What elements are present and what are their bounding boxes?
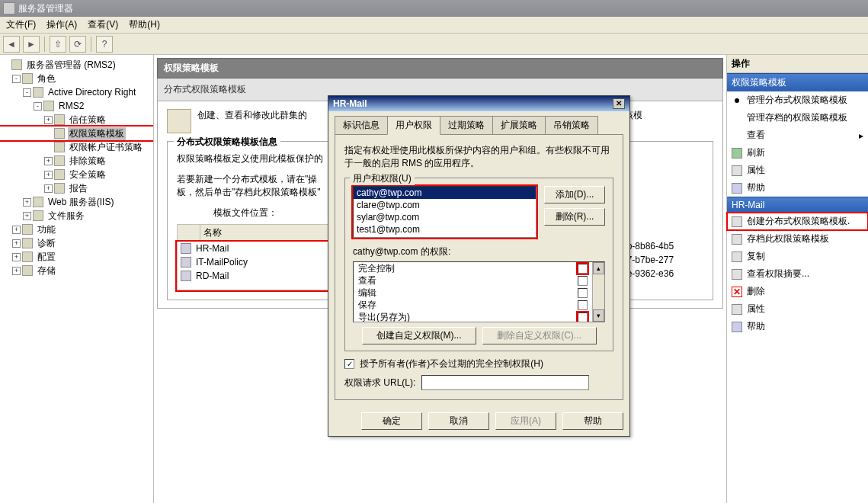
expand-icon[interactable]: + xyxy=(23,198,31,207)
tree-account-cert[interactable]: 权限帐户证书策略 xyxy=(0,140,153,154)
action-archive[interactable]: 存档此权限策略模板 xyxy=(727,230,868,248)
back-button[interactable]: ◄ xyxy=(3,36,20,53)
tree-trust[interactable]: +信任策略 xyxy=(0,113,153,127)
tree-diagnostics[interactable]: +诊断 xyxy=(0,236,153,250)
scroll-track[interactable] xyxy=(593,274,604,309)
tree-features[interactable]: +功能 xyxy=(0,223,153,236)
expand-icon[interactable]: + xyxy=(44,171,53,179)
tab-extend[interactable]: 扩展策略 xyxy=(492,116,546,134)
dialog-titlebar[interactable]: HR-Mail ✕ xyxy=(328,96,629,111)
action-item[interactable]: 管理分布式权限策略模板 xyxy=(727,91,868,109)
col-name[interactable]: 名称 xyxy=(200,225,328,241)
tree-adrms[interactable]: -Active Directory Right xyxy=(0,85,153,99)
collapse-icon[interactable]: - xyxy=(12,75,21,83)
user-row[interactable]: test1@twp.com xyxy=(354,223,536,235)
perm-checkbox[interactable] xyxy=(578,264,588,274)
menu-view[interactable]: 查看(V) xyxy=(85,17,121,33)
server-icon xyxy=(11,59,22,70)
template-icon xyxy=(181,257,191,268)
collapse-icon[interactable]: - xyxy=(34,102,42,111)
hrmail-dialog: HR-Mail ✕ 标识信息 用户权限 过期策略 扩展策略 吊销策略 指定有权处… xyxy=(328,95,630,437)
expand-icon[interactable]: + xyxy=(12,239,21,248)
action-help[interactable]: 帮助 xyxy=(727,179,868,197)
remove-button[interactable]: 删除(R)... xyxy=(544,208,605,226)
tree-security[interactable]: +安全策略 xyxy=(0,168,153,181)
expand-icon[interactable]: + xyxy=(44,184,53,193)
menu-action[interactable]: 操作(A) xyxy=(43,17,80,33)
scroll-up-icon[interactable]: ▴ xyxy=(593,262,604,274)
list-item[interactable]: RD-Mail xyxy=(178,269,328,283)
menu-help[interactable]: 帮助(H) xyxy=(126,17,163,33)
action-properties[interactable]: 属性 xyxy=(727,162,868,179)
user-row[interactable]: sylar@twp.com xyxy=(354,211,536,223)
users-fieldset: 用户和权限(U) cathy@twp.com clare@twp.com syl… xyxy=(344,178,613,351)
folder-icon xyxy=(33,87,43,98)
user-row[interactable]: clare@twp.com xyxy=(354,199,536,211)
perm-checkbox[interactable] xyxy=(578,300,588,310)
collapse-icon[interactable]: - xyxy=(23,88,31,97)
list-item[interactable]: IT-MailPolicy xyxy=(178,255,328,269)
storage-icon xyxy=(22,265,33,276)
tab-revoke[interactable]: 吊销策略 xyxy=(545,116,598,134)
action-item[interactable]: 查看▸ xyxy=(727,127,868,144)
perm-row[interactable]: 查看 xyxy=(354,274,592,287)
action-refresh[interactable]: 刷新 xyxy=(727,144,868,162)
tree-policy-templates[interactable]: 权限策略模板 xyxy=(0,127,153,140)
grant-owner-checkbox[interactable]: ✓ xyxy=(344,359,354,369)
action-help[interactable]: 帮助 xyxy=(727,318,868,335)
perm-row[interactable]: 导出(另存为) xyxy=(354,311,592,322)
scrollbar[interactable]: ▴ ▾ xyxy=(592,262,604,322)
add-button[interactable]: 添加(D)... xyxy=(544,186,605,203)
tree-rms2[interactable]: -RMS2 xyxy=(0,99,153,113)
tree-config[interactable]: +配置 xyxy=(0,250,153,264)
forward-button[interactable]: ► xyxy=(23,36,40,53)
tab-user-permissions[interactable]: 用户权限 xyxy=(387,116,440,135)
perm-checkbox[interactable] xyxy=(578,312,588,322)
nav-tree[interactable]: 服务器管理器 (RMS2) -角色 -Active Directory Righ… xyxy=(0,55,154,503)
grant-owner-label: 授予所有者(作者)不会过期的完全控制权限(H) xyxy=(360,358,543,369)
tree-root[interactable]: 服务器管理器 (RMS2) xyxy=(0,58,153,72)
expand-icon[interactable]: + xyxy=(44,116,53,124)
menu-file[interactable]: 文件(F) xyxy=(3,17,39,33)
refresh-button[interactable]: ⟳ xyxy=(69,36,86,53)
tree-storage[interactable]: +存储 xyxy=(0,264,153,277)
close-button[interactable]: ✕ xyxy=(613,98,625,109)
user-row[interactable]: cathy@twp.com xyxy=(354,187,536,199)
cancel-button[interactable]: 取消 xyxy=(428,412,489,430)
action-properties[interactable]: 属性 xyxy=(727,300,868,318)
scroll-down-icon[interactable]: ▾ xyxy=(593,309,604,322)
dialog-instruction: 指定有权处理使用此模板所保护内容的用户和组。有些权限不可用于一般的启用 RMS … xyxy=(344,144,613,170)
expand-icon[interactable]: + xyxy=(12,253,21,261)
create-custom-button[interactable]: 创建自定义权限(M)... xyxy=(362,327,476,344)
perm-row[interactable]: 保存 xyxy=(354,299,592,311)
help-button[interactable]: 帮助 xyxy=(562,412,623,430)
tab-identify[interactable]: 标识信息 xyxy=(335,116,388,134)
action-summary[interactable]: 查看权限摘要... xyxy=(727,265,868,283)
perm-checkbox[interactable] xyxy=(578,276,588,286)
perm-row[interactable]: 完全控制 xyxy=(354,262,592,274)
permission-listbox[interactable]: 完全控制 查看 编辑 保存 导出(另存为) ▴ ▾ xyxy=(353,261,605,322)
action-create-template[interactable]: 创建分布式权限策略模板. xyxy=(727,213,868,230)
up-button[interactable]: ⇧ xyxy=(50,36,66,53)
expand-icon[interactable]: + xyxy=(12,226,21,234)
action-item[interactable]: 管理存档的权限策略模板 xyxy=(727,109,868,127)
ok-button[interactable]: 确定 xyxy=(361,412,422,430)
list-item[interactable]: HR-Mail xyxy=(178,242,328,255)
perm-row[interactable]: 编辑 xyxy=(354,287,592,299)
tab-expire[interactable]: 过期策略 xyxy=(440,116,493,134)
expand-icon[interactable]: + xyxy=(44,157,53,165)
expand-icon[interactable]: + xyxy=(12,267,21,275)
template-listbox[interactable]: HR-Mail IT-MailPolicy RD-Mail xyxy=(177,242,329,290)
tree-roles[interactable]: -角色 xyxy=(0,72,153,85)
help-button[interactable]: ? xyxy=(96,36,113,53)
tree-iis[interactable]: +Web 服务器(IIS) xyxy=(0,195,153,209)
tree-fileservice[interactable]: +文件服务 xyxy=(0,209,153,223)
tree-reports[interactable]: +报告 xyxy=(0,181,153,195)
url-input[interactable] xyxy=(421,375,589,390)
tree-exclude[interactable]: +排除策略 xyxy=(0,154,153,168)
user-listbox[interactable]: cathy@twp.com clare@twp.com sylar@twp.co… xyxy=(353,186,536,238)
action-delete[interactable]: ✕删除 xyxy=(727,283,868,300)
action-copy[interactable]: 复制 xyxy=(727,248,868,265)
perm-checkbox[interactable] xyxy=(578,288,588,298)
expand-icon[interactable]: + xyxy=(23,212,31,220)
